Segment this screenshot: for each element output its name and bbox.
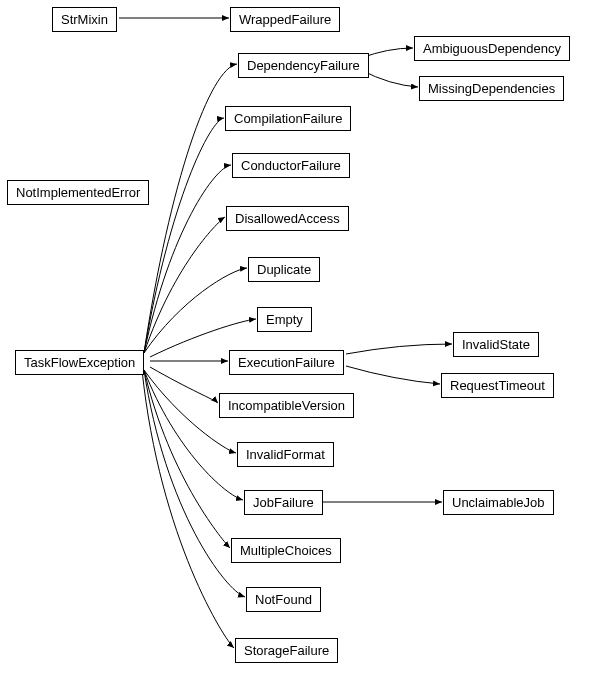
node-invalidformat: InvalidFormat xyxy=(237,442,334,467)
node-invalidstate: InvalidState xyxy=(453,332,539,357)
node-requesttimeout: RequestTimeout xyxy=(441,373,554,398)
node-taskflowexception: TaskFlowException xyxy=(15,350,144,375)
node-multiplechoices: MultipleChoices xyxy=(231,538,341,563)
node-wrappedfailure: WrappedFailure xyxy=(230,7,340,32)
node-dependencyfailure: DependencyFailure xyxy=(238,53,369,78)
node-strmixin: StrMixin xyxy=(52,7,117,32)
node-incompatibleversion: IncompatibleVersion xyxy=(219,393,354,418)
node-executionfailure: ExecutionFailure xyxy=(229,350,344,375)
node-duplicate: Duplicate xyxy=(248,257,320,282)
node-storagefailure: StorageFailure xyxy=(235,638,338,663)
node-notimplementederror: NotImplementedError xyxy=(7,180,149,205)
node-missingdependencies: MissingDependencies xyxy=(419,76,564,101)
node-notfound: NotFound xyxy=(246,587,321,612)
node-disallowedaccess: DisallowedAccess xyxy=(226,206,349,231)
node-compilationfailure: CompilationFailure xyxy=(225,106,351,131)
node-empty: Empty xyxy=(257,307,312,332)
node-unclaimablejob: UnclaimableJob xyxy=(443,490,554,515)
node-conductorfailure: ConductorFailure xyxy=(232,153,350,178)
node-ambiguousdependency: AmbiguousDependency xyxy=(414,36,570,61)
node-jobfailure: JobFailure xyxy=(244,490,323,515)
